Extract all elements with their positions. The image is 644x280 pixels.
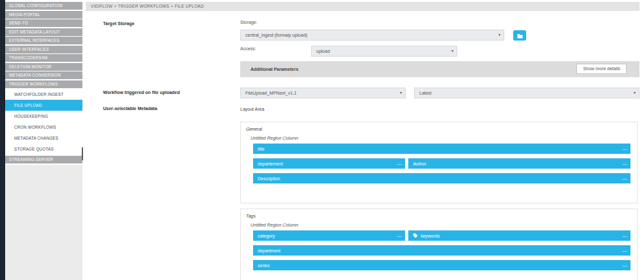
panel-title: General — [246, 127, 632, 131]
window-left-edge — [0, 0, 5, 280]
sidebar-item-file-upload[interactable]: FILE UPLOAD — [5, 100, 82, 111]
more-handle-icon[interactable]: … — [397, 232, 401, 238]
access-label: Access: — [240, 46, 256, 51]
storage-label: Storage: — [240, 20, 257, 24]
sidebar-item-transcoders4m[interactable]: TRANSCODERS4M — [5, 54, 82, 62]
metadata-panel-tags: Tags Untitled Region Column category … k… — [240, 209, 638, 280]
sidebar: GLOBAL CONFIGURATION MEDIA PORTAL SEND-T… — [5, 0, 82, 280]
breadcrumb: VIDIFLOW > TRIGGER WORKFLOWS > FILE UPLO… — [86, 2, 639, 11]
metadata-field-label: departement — [258, 162, 283, 166]
sidebar-item-global-configuration[interactable]: GLOBAL CONFIGURATION — [5, 2, 82, 10]
metadata-field-title[interactable]: title … — [253, 144, 630, 154]
metadata-panel-general: General Untitled Region Column title … d… — [240, 122, 638, 203]
panel-title: Tags — [246, 214, 632, 218]
sidebar-top-nav: GLOBAL CONFIGURATION MEDIA PORTAL SEND-T… — [5, 2, 82, 89]
additional-parameters-label: Additional Parameters — [251, 61, 298, 77]
browse-storage-button[interactable] — [513, 30, 526, 41]
metadata-field-description[interactable]: Description … — [253, 173, 630, 183]
more-handle-icon[interactable]: … — [622, 175, 627, 181]
region-column-label: Untitled Region Column — [251, 223, 632, 227]
sidebar-trigger-workflows-subnav: WATCHFOLDER INGEST FILE UPLOAD HOUSEKEEP… — [5, 89, 82, 154]
storage-select-value: central_ingest (formaly upload) — [245, 33, 307, 37]
workflow-triggered-label: Workflow triggered on file uploaded — [103, 90, 180, 95]
chevron-down-icon: ▾ — [451, 46, 453, 56]
workflow-select[interactable]: FileUpload_MPNext_v1.1 ▾ — [240, 88, 406, 98]
chevron-down-icon: ▾ — [634, 88, 636, 98]
metadata-field-author[interactable]: Author … — [408, 158, 630, 169]
sidebar-item-deletion-monitor[interactable]: DELETION MONITOR — [5, 63, 82, 71]
metadata-fields-area: title … departement … Author … Descripti… — [253, 144, 630, 183]
metadata-field-label: category — [258, 234, 275, 238]
workflow-version-select[interactable]: Latest ▾ — [414, 88, 639, 98]
metadata-field-department[interactable]: department … — [253, 245, 630, 256]
metadata-field-label: keywords — [421, 234, 440, 238]
region-column-label: Untitled Region Column — [251, 136, 632, 140]
metadata-field-label: department — [258, 248, 280, 253]
access-select-value: upload — [316, 49, 330, 53]
more-handle-icon[interactable]: … — [622, 262, 627, 268]
storage-select[interactable]: central_ingest (formaly upload) ▾ — [240, 30, 504, 41]
more-handle-icon[interactable]: … — [622, 232, 627, 238]
sidebar-item-cron-workflows[interactable]: CRON WORKFLOWS — [5, 122, 82, 133]
workflow-select-value: FileUpload_MPNext_v1.1 — [245, 91, 296, 95]
sidebar-item-housekeeping[interactable]: HOUSEKEEPING — [5, 111, 82, 122]
more-handle-icon[interactable]: … — [622, 145, 627, 151]
sidebar-item-send-to[interactable]: SEND-TO — [5, 19, 82, 27]
additional-parameters-bar: Additional Parameters Show more details — [240, 61, 639, 77]
sidebar-bottom-nav: STREAMING-SERVER — [5, 156, 82, 165]
workflow-version-value: Latest — [419, 91, 431, 95]
sidebar-item-user-interfaces[interactable]: USER INTERFACES — [5, 46, 82, 53]
sidebar-item-metadata-conversion[interactable]: METADATA CONVERSION — [5, 71, 82, 79]
sidebar-item-trigger-workflows[interactable]: TRIGGER WORKFLOWS — [5, 80, 82, 88]
sidebar-item-streaming-server[interactable]: STREAMING-SERVER — [5, 156, 82, 163]
sidebar-item-edit-metadata-layout[interactable]: EDIT METADATA LAYOUT — [5, 28, 82, 36]
sidebar-item-external-interfaces[interactable]: EXTERNAL INTERFACES — [5, 37, 82, 44]
metadata-field-keywords[interactable]: keywords … — [408, 230, 630, 241]
sidebar-item-media-portal[interactable]: MEDIA PORTAL — [5, 11, 82, 19]
sidebar-empty-area — [5, 165, 82, 280]
metadata-field-category[interactable]: category … — [253, 230, 405, 241]
metadata-field-departement[interactable]: departement … — [253, 158, 405, 169]
layout-area-label: Layout Area — [240, 107, 264, 111]
chevron-down-icon: ▾ — [400, 88, 402, 98]
metadata-field-series[interactable]: series … — [253, 260, 630, 270]
more-handle-icon[interactable]: … — [397, 160, 401, 166]
target-storage-label: Target Storage — [103, 21, 135, 26]
chevron-down-icon: ▾ — [498, 30, 500, 40]
more-handle-icon[interactable]: … — [622, 160, 627, 166]
sidebar-item-storage-quotas[interactable]: STORAGE QUOTAS — [5, 144, 82, 154]
user-selectable-metadata-label: User-selectable Metadata — [103, 106, 157, 111]
sidebar-item-metadata-changes[interactable]: METADATA CHANGES — [5, 133, 82, 144]
metadata-field-label: Description — [258, 176, 280, 181]
show-more-details-button[interactable]: Show more details — [576, 64, 627, 74]
more-handle-icon[interactable]: … — [622, 247, 627, 253]
folder-icon — [517, 30, 523, 41]
tag-icon — [413, 233, 418, 238]
vidiflow-config-window: GLOBAL CONFIGURATION MEDIA PORTAL SEND-T… — [0, 0, 644, 280]
metadata-field-label: Author — [413, 162, 426, 166]
sidebar-scrollbar-thumb[interactable] — [82, 147, 83, 160]
metadata-fields-area: category … keywords … department … serie… — [253, 230, 630, 270]
sidebar-item-watchfolder-ingest[interactable]: WATCHFOLDER INGEST — [5, 89, 82, 100]
access-select[interactable]: upload ▾ — [311, 46, 457, 57]
metadata-field-label: title — [258, 147, 265, 151]
metadata-field-label: series — [258, 263, 270, 268]
